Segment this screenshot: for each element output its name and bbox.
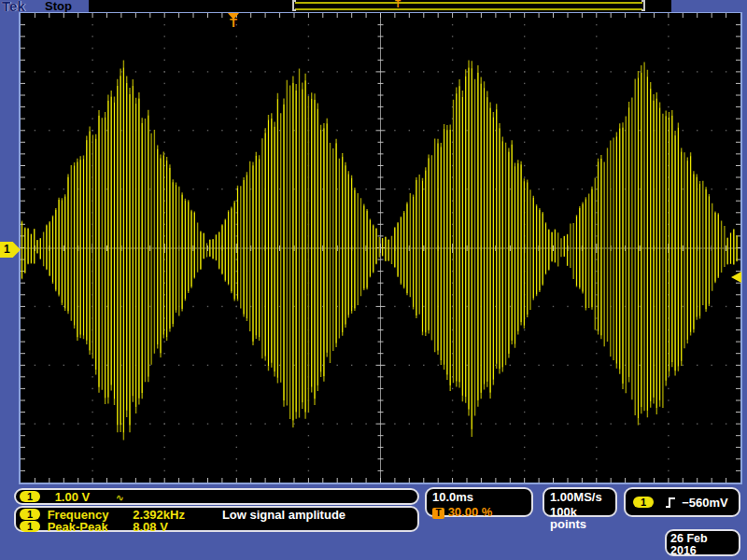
acquisition-readout: 1.00MS/s 100k points <box>543 487 617 517</box>
trigger-readout: 1 −560mV <box>624 487 740 517</box>
record-trigger-position-icon[interactable]: T <box>392 0 403 10</box>
trigger-position-marker[interactable]: T <box>227 16 240 30</box>
record-window-right-bracket <box>641 0 645 11</box>
ch1-waveform-trace <box>21 13 740 483</box>
ch1-scale-readout: 1 1.00 V ∿ <box>14 488 419 505</box>
channel1-badge: 1 <box>20 491 40 502</box>
datetime-readout: 26 Feb 2016 09:15:04 <box>665 529 740 556</box>
trigger-position-percent: 30.00 % <box>448 505 493 519</box>
measurement-readout: 1 Frequency 2.392kHz Low signal amplitud… <box>14 506 419 532</box>
main-timebase: 10.0ms <box>432 491 526 503</box>
acquisition-status: Stop <box>45 0 72 13</box>
measurement-value: 8.08 V <box>133 521 218 533</box>
record-view-bar[interactable] <box>295 2 642 10</box>
header-record-strip: T <box>89 0 671 12</box>
rising-edge-slope-icon <box>665 497 676 511</box>
timebase-readout: 10.0ms T 30.00 % <box>425 487 533 517</box>
channel1-badge: 1 <box>633 497 654 508</box>
channel1-badge: 1 <box>20 521 40 532</box>
measurement-note: Low signal amplitude <box>222 508 345 522</box>
graticule <box>21 13 740 483</box>
record-window-left-bracket <box>292 0 296 11</box>
measurement-row-peak-peak: 1 Peak-Peak 8.08 V <box>20 521 414 533</box>
channel1-badge: 1 <box>20 509 40 520</box>
sample-rate: 1.00MS/s <box>550 491 610 503</box>
channel1-ground-marker[interactable]: 1 <box>0 242 21 258</box>
oscilloscope-screen: Tek Stop T T 1 1 1.00 V ∿ 1 Frequency 2.… <box>0 0 747 560</box>
trigger-level: −560mV <box>682 496 728 510</box>
coupling-icon: ∿ <box>116 492 124 503</box>
trigger-badge-icon: T <box>432 508 444 519</box>
record-length: 100k points <box>550 506 610 530</box>
measurement-name: Peak-Peak <box>48 521 130 533</box>
date-label: 26 Feb 2016 <box>670 533 735 557</box>
ch1-volts-per-div: 1.00 V <box>55 490 91 504</box>
triangle-down-icon <box>394 0 402 1</box>
